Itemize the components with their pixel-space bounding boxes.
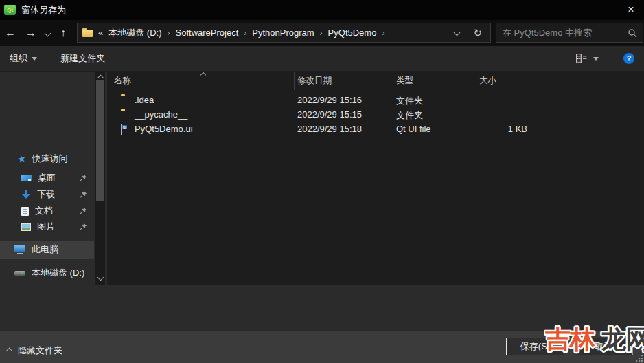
search-box[interactable] xyxy=(496,23,643,43)
file-date-cell: 2022/9/29 15:18 xyxy=(297,124,362,134)
back-button[interactable]: ← xyxy=(0,23,21,43)
quick-access-star-icon: ★ xyxy=(16,153,27,165)
file-date-cell: 2022/9/29 15:16 xyxy=(297,95,362,105)
sidebar: ★ 快速访问 桌面 下载 文档 xyxy=(0,72,106,285)
sidebar-item-label: 下载 xyxy=(37,188,55,201)
this-pc-icon xyxy=(14,245,25,252)
forward-button[interactable]: → xyxy=(21,23,41,43)
table-row[interactable]: .idea 2022/9/29 15:16 文件夹 xyxy=(107,94,644,108)
scroll-down-icon[interactable] xyxy=(97,274,104,281)
search-input[interactable] xyxy=(496,28,628,38)
downloads-icon xyxy=(21,190,31,199)
save-button[interactable]: 保存(S) xyxy=(506,338,564,355)
sidebar-scrollbar[interactable] xyxy=(95,72,105,285)
breadcrumb-item-pyqt5demo[interactable]: PyQt5Demo xyxy=(328,28,377,38)
sort-ascending-icon xyxy=(200,72,206,78)
pin-icon[interactable] xyxy=(80,174,87,182)
toolbar: 组织 新建文件夹 ? xyxy=(0,46,644,72)
close-icon[interactable]: × xyxy=(619,0,643,19)
cancel-button[interactable]: 取消 xyxy=(575,338,633,355)
up-button[interactable]: ↑ xyxy=(54,23,73,43)
navigation-bar: ← → ↑ « 本地磁盘 (D:) › SoftwareProject › Py… xyxy=(0,20,644,46)
breadcrumb-separator: › xyxy=(168,28,170,38)
ui-file-icon: ui xyxy=(121,124,122,135)
pin-icon[interactable] xyxy=(80,223,87,230)
history-dropdown-icon[interactable] xyxy=(41,23,54,43)
hide-folders-label: 隐藏文件夹 xyxy=(18,344,62,357)
resize-grip[interactable] xyxy=(634,353,643,362)
column-divider xyxy=(476,72,476,90)
column-divider xyxy=(531,72,531,90)
sidebar-item-this-pc[interactable]: 此电脑 xyxy=(0,241,94,258)
main-area: ★ 快速访问 桌面 下载 文档 xyxy=(0,72,644,285)
ui-file-badge: ui xyxy=(122,125,127,129)
chevron-down-icon xyxy=(44,30,51,36)
documents-icon xyxy=(21,207,29,216)
view-options-dropdown-icon[interactable] xyxy=(593,57,599,60)
file-type-cell: 文件夹 xyxy=(396,109,423,122)
sidebar-item-downloads[interactable]: 下载 xyxy=(0,186,94,204)
view-list-icon[interactable] xyxy=(576,54,588,63)
sidebar-item-label: 快速访问 xyxy=(32,153,68,165)
hide-folders-button[interactable]: 隐藏文件夹 xyxy=(7,344,62,357)
filename-form: 文件名(N) PyQt5Demo.ui 保存类型(T): 设计师 UI 文件 (… xyxy=(0,285,644,331)
window-title: 窗体另存为 xyxy=(21,4,66,16)
column-header-name[interactable]: 名称 xyxy=(114,75,131,87)
organize-label: 组织 xyxy=(10,52,27,65)
sidebar-item-pictures[interactable]: 图片 xyxy=(0,218,94,236)
breadcrumb-separator: › xyxy=(320,28,323,38)
breadcrumb-item-drive[interactable]: 本地磁盘 (D:) xyxy=(108,27,161,39)
sidebar-item-quick-access[interactable]: ★ 快速访问 xyxy=(0,150,94,168)
qt-designer-icon: Qt xyxy=(4,5,16,15)
new-folder-label: 新建文件夹 xyxy=(60,52,105,65)
file-size-cell: 1 KB xyxy=(450,124,527,134)
desktop-icon xyxy=(21,175,32,182)
column-divider xyxy=(294,72,295,90)
sidebar-item-desktop[interactable]: 桌面 xyxy=(0,169,94,187)
file-type-cell: Qt UI file xyxy=(396,124,431,134)
chevron-down-icon xyxy=(32,57,37,60)
drive-icon xyxy=(14,271,25,276)
table-row[interactable]: __pycache__ 2022/9/29 15:15 文件夹 xyxy=(107,108,644,122)
sidebar-item-label: 桌面 xyxy=(38,172,56,184)
breadcrumb-separator: › xyxy=(244,28,246,38)
file-name-cell: .idea xyxy=(135,95,154,105)
column-header-type[interactable]: 类型 xyxy=(396,75,413,87)
file-name-cell: __pycache__ xyxy=(135,109,187,120)
scrollbar-thumb[interactable] xyxy=(96,80,104,201)
sidebar-item-label: 本地磁盘 (D:) xyxy=(32,267,84,279)
organize-button[interactable]: 组织 xyxy=(10,52,37,65)
pin-icon[interactable] xyxy=(80,207,87,214)
save-as-dialog: Qt 窗体另存为 × ← → ↑ « 本地磁盘 (D:) › SoftwareP… xyxy=(0,0,644,363)
breadcrumb-separator: › xyxy=(382,28,384,38)
column-header-date[interactable]: 修改日期 xyxy=(297,75,332,87)
pictures-icon xyxy=(21,223,31,231)
column-divider xyxy=(393,72,393,90)
sidebar-item-label: 此电脑 xyxy=(32,243,58,256)
refresh-icon[interactable]: ↻ xyxy=(473,27,482,39)
toolbar-right: ? xyxy=(576,53,644,64)
file-type-cell: 文件夹 xyxy=(396,95,423,107)
nav-arrows: ← → ↑ xyxy=(0,20,73,46)
breadcrumb-item-softwareproject[interactable]: SoftwareProject xyxy=(176,28,239,38)
file-list: 名称 修改日期 类型 大小 .idea 2022/9/29 15:16 文件夹 … xyxy=(107,72,644,285)
file-date-cell: 2022/9/29 15:15 xyxy=(297,109,362,120)
file-name-cell: PyQt5Demo.ui xyxy=(135,124,193,134)
breadcrumb-item-pythonprogram[interactable]: PythonProgram xyxy=(252,28,314,38)
address-dropdown-icon[interactable] xyxy=(454,30,461,36)
search-icon[interactable] xyxy=(628,28,637,38)
column-header-size[interactable]: 大小 xyxy=(479,75,496,87)
address-bar[interactable]: « 本地磁盘 (D:) › SoftwareProject › PythonPr… xyxy=(77,23,491,43)
new-folder-button[interactable]: 新建文件夹 xyxy=(60,52,105,65)
sidebar-item-label: 文档 xyxy=(35,205,53,217)
sidebar-item-label: 图片 xyxy=(37,221,55,233)
sidebar-item-drive-d[interactable]: 本地磁盘 (D:) xyxy=(0,264,94,282)
breadcrumb-overflow[interactable]: « xyxy=(98,28,103,38)
pin-icon[interactable] xyxy=(80,190,87,198)
folder-icon xyxy=(82,30,93,37)
chevron-up-icon xyxy=(6,347,13,354)
help-icon[interactable]: ? xyxy=(623,53,634,64)
title-bar: Qt 窗体另存为 × xyxy=(0,0,644,20)
table-row[interactable]: ui PyQt5Demo.ui 2022/9/29 15:18 Qt UI fi… xyxy=(107,122,644,137)
file-rows: .idea 2022/9/29 15:16 文件夹 __pycache__ 20… xyxy=(107,94,644,137)
